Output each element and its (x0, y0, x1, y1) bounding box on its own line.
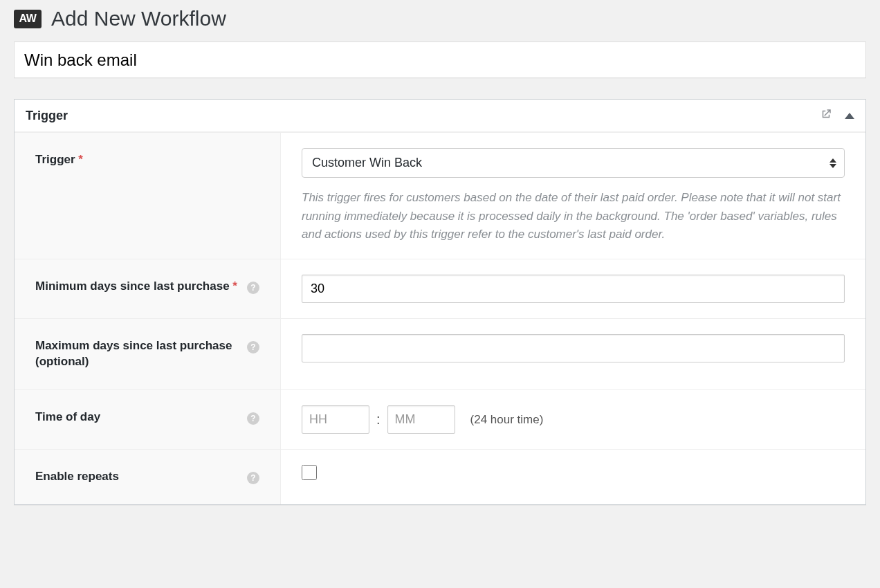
min-days-label: Minimum days since last purchase (35, 279, 230, 293)
field-row-time-of-day: Time of day ? : (24 hour time) (15, 389, 865, 449)
help-icon[interactable]: ? (247, 341, 259, 353)
field-row-max-days: Maximum days since last purchase (option… (15, 318, 865, 389)
time-of-day-label: Time of day (35, 410, 100, 425)
field-row-enable-repeats: Enable repeats ? (15, 449, 865, 504)
min-days-input[interactable] (302, 275, 845, 303)
help-icon[interactable]: ? (247, 412, 259, 425)
time-minute-input[interactable] (387, 405, 455, 434)
max-days-input[interactable] (302, 334, 845, 362)
metabox-title: Trigger (26, 109, 68, 123)
page-title: Add New Workflow (51, 7, 226, 30)
field-label: Trigger * (15, 133, 281, 259)
time-hour-input[interactable] (302, 405, 369, 434)
enable-repeats-checkbox[interactable] (302, 465, 317, 480)
metabox-header: Trigger (15, 100, 865, 132)
aw-logo-badge: AW (14, 10, 42, 28)
time-format-hint: (24 hour time) (470, 413, 544, 427)
trigger-label: Trigger (35, 153, 75, 166)
trigger-description: This trigger fires for customers based o… (302, 189, 845, 244)
time-separator: : (376, 412, 381, 428)
required-mark: * (78, 153, 83, 166)
field-row-trigger: Trigger * Customer Win Back This trigger… (15, 132, 865, 259)
enable-repeats-label: Enable repeats (35, 469, 119, 485)
help-icon[interactable]: ? (247, 282, 259, 294)
max-days-label: Maximum days since last purchase (option… (35, 338, 240, 370)
workflow-title-input[interactable] (14, 42, 866, 78)
help-icon[interactable]: ? (247, 472, 259, 484)
collapse-toggle-icon[interactable] (845, 113, 854, 119)
trigger-select[interactable]: Customer Win Back (302, 148, 845, 178)
trigger-metabox: Trigger Trigger * Customer Win Back (14, 99, 866, 505)
page-header: AW Add New Workflow (14, 7, 866, 30)
required-mark: * (232, 279, 237, 293)
field-row-min-days: Minimum days since last purchase * ? (15, 259, 865, 318)
external-link-icon[interactable] (820, 108, 832, 123)
